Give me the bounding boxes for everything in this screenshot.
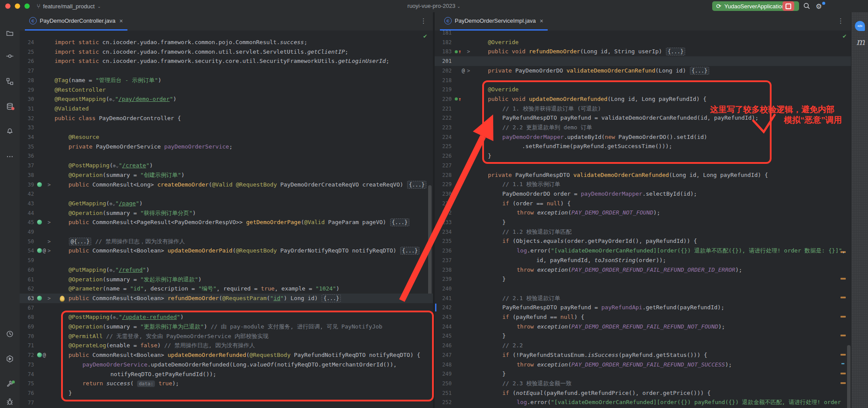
code-line-202[interactable]: 202@>private PayDemoOrderDO validateDemo… — [435, 66, 851, 76]
code-line-32[interactable]: 32public class PayDemoOrderController { — [20, 114, 433, 123]
code-line-39[interactable]: 39>public CommonResult<Long> createDemoO… — [20, 180, 433, 190]
line-number[interactable]: 24 — [20, 38, 34, 47]
code-line-26[interactable]: 26import static cn.iocoder.yudao.framewo… — [20, 56, 433, 66]
code-line-250[interactable]: 250// 2.3 校验退款金额一致 — [435, 379, 851, 388]
code-line-237[interactable]: 237id, payRefundId, toJsonString(order))… — [435, 256, 851, 265]
code-line-63[interactable]: 63>public CommonResult<Boolean> refundDe… — [20, 294, 433, 303]
line-number[interactable]: 49 — [20, 227, 34, 237]
code-line-49[interactable]: 49 — [20, 227, 433, 237]
line-number[interactable]: 42 — [20, 189, 34, 199]
code-line-27[interactable]: 27 — [20, 66, 433, 76]
code-line-226[interactable]: 226} — [435, 151, 851, 161]
line-number[interactable]: 31 — [20, 104, 34, 114]
services-icon[interactable] — [4, 353, 15, 364]
project-icon[interactable] — [4, 28, 15, 38]
line-number[interactable]: 236 — [435, 246, 452, 256]
line-number[interactable]: 29 — [20, 85, 34, 95]
line-number[interactable]: 201 — [435, 56, 452, 66]
code-line-230[interactable]: 230PayDemoOrderDO order = payDemoOrderMa… — [435, 189, 851, 199]
api-endpoint-gutter-icon[interactable] — [37, 296, 42, 301]
ai-chat-icon[interactable]: </> — [855, 21, 865, 31]
code-line-36[interactable]: 36 — [20, 151, 433, 161]
line-number[interactable]: 72 — [20, 350, 34, 360]
line-number[interactable]: 247 — [435, 350, 452, 360]
mybatis-tool-icon[interactable]: m — [856, 37, 865, 47]
fold-arrow-icon[interactable]: > — [48, 246, 51, 256]
line-number[interactable]: 234 — [435, 227, 452, 237]
code-line-77[interactable]: 77 — [20, 398, 433, 408]
line-number[interactable]: 30 — [20, 94, 34, 104]
line-number[interactable]: 237 — [435, 256, 452, 265]
api-endpoint-gutter-icon[interactable] — [37, 182, 42, 187]
editor-options-menu-icon[interactable]: ⋮ — [837, 17, 844, 25]
line-number[interactable]: 26 — [20, 56, 34, 66]
commit-icon[interactable] — [4, 51, 15, 61]
line-number[interactable]: 59 — [20, 256, 34, 265]
stop-button[interactable] — [782, 1, 794, 11]
line-number[interactable]: 232 — [435, 208, 452, 218]
overrides-method-gutter-icon[interactable]: ↑ — [455, 94, 461, 104]
line-number[interactable]: 33 — [20, 123, 34, 132]
code-line-42[interactable]: 42 — [20, 189, 433, 199]
line-number[interactable]: 67 — [20, 303, 34, 313]
line-number[interactable]: 183 — [435, 47, 452, 56]
tab-paydemoordercontroller[interactable]: C PayDemoOrderController.java × — [25, 12, 127, 31]
code-line-181[interactable]: 181 — [435, 31, 851, 38]
line-number[interactable]: 219 — [435, 85, 452, 94]
line-number[interactable]: 71 — [20, 341, 34, 350]
line-number[interactable]: 224 — [435, 132, 452, 142]
code-line-35[interactable]: 35private PayDemoOrderService payDemoOrd… — [20, 142, 433, 152]
code-line-37[interactable]: 37@PostMapping(⊕⌄"/create") — [20, 161, 433, 170]
code-line-50[interactable]: 50>@{...} // 禁用操作日志，因为没有操作人 — [20, 237, 433, 246]
code-line-54[interactable]: 54@>public CommonResult<Boolean> updateD… — [20, 246, 433, 256]
code-line-228[interactable]: 228@private PayRefundRespDTO validateDem… — [435, 170, 851, 180]
line-number[interactable]: 68 — [20, 312, 34, 322]
code-line-38[interactable]: 38@Operation(summary = "创建示例订单") — [20, 170, 433, 180]
code-line-34[interactable]: 34@Resource — [20, 132, 433, 142]
line-number[interactable]: 244 — [435, 322, 452, 332]
code-editor-left[interactable]: ✔ 24import static cn.iocoder.yudao.frame… — [20, 31, 433, 408]
code-line-222[interactable]: 222PayRefundRespDTO payRefund = validate… — [435, 113, 851, 123]
code-line-73[interactable]: 73payDemoOrderService.updateDemoOrderRef… — [20, 360, 433, 370]
line-number[interactable]: 252 — [435, 398, 452, 407]
line-number[interactable]: 240 — [435, 284, 452, 294]
code-line-251[interactable]: 251if (notEqual(payRefund.getRefundPrice… — [435, 388, 851, 398]
line-number[interactable]: 69 — [20, 322, 34, 332]
code-line-30[interactable]: 30@RequestMapping(⊕⌄"/pay/demo-order") — [20, 94, 433, 104]
code-line-248[interactable]: 248throw exception(PAY_DEMO_ORDER_REFUND… — [435, 360, 851, 370]
line-number[interactable]: 74 — [20, 370, 34, 379]
line-number[interactable]: 73 — [20, 360, 34, 370]
line-number[interactable]: 63 — [20, 294, 34, 303]
code-line-229[interactable]: 229// 1.1 校验示例订单 — [435, 180, 851, 189]
line-number[interactable]: 225 — [435, 142, 452, 151]
code-line-44[interactable]: 44@Operation(summary = "获得示例订单分页") — [20, 208, 433, 218]
code-line-225[interactable]: 225.setRefundTime(payRefund.getSuccessTi… — [435, 142, 851, 151]
code-line-29[interactable]: 29@RestController — [20, 85, 433, 95]
line-number[interactable]: 39 — [20, 180, 34, 190]
code-line-183[interactable]: 183↑>public void refundDemoOrder(Long id… — [435, 47, 851, 56]
fold-arrow-icon[interactable]: > — [467, 47, 470, 56]
line-number[interactable]: 218 — [435, 76, 452, 85]
close-tab-icon[interactable]: × — [119, 17, 123, 24]
line-number[interactable]: 37 — [20, 161, 34, 170]
line-number[interactable]: 61 — [20, 275, 34, 284]
code-line-243[interactable]: 243if (payRefund == null) { — [435, 312, 851, 322]
fold-arrow-icon[interactable]: > — [48, 294, 51, 303]
line-number[interactable]: 54 — [20, 246, 34, 256]
line-number[interactable]: 181 — [435, 31, 452, 38]
code-line-25[interactable]: 25import static cn.iocoder.yudao.framewo… — [20, 47, 433, 57]
line-number[interactable]: 60 — [20, 265, 34, 275]
settings-gear-icon[interactable]: ⚙ — [816, 2, 822, 10]
code-line-201[interactable]: 201 — [435, 56, 851, 66]
line-number[interactable]: 249 — [435, 369, 452, 379]
line-number[interactable]: 243 — [435, 312, 452, 322]
line-number[interactable]: 25 — [20, 47, 34, 57]
code-line-227[interactable]: 227 — [435, 161, 851, 170]
line-number[interactable]: 223 — [435, 123, 452, 132]
annotated-gutter-icon[interactable]: @ — [43, 246, 46, 256]
code-line-72[interactable]: 72@public CommonResult<Boolean> updateDe… — [20, 350, 433, 360]
line-number[interactable]: 220 — [435, 94, 452, 104]
clock-icon[interactable] — [4, 328, 15, 339]
close-tab-icon[interactable]: × — [540, 17, 543, 24]
api-endpoint-gutter-icon[interactable] — [37, 353, 42, 357]
